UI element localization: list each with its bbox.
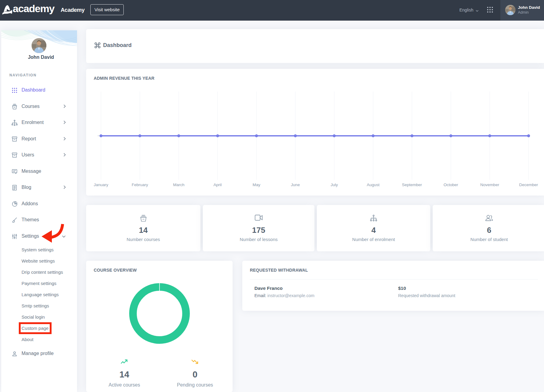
svg-text:April: April xyxy=(213,183,222,187)
svg-text:July: July xyxy=(331,183,338,187)
svg-text:February: February xyxy=(132,183,148,187)
svg-text:March: March xyxy=(173,183,185,187)
svg-text:August: August xyxy=(367,183,379,187)
svg-text:January: January xyxy=(94,183,108,187)
svg-text:October: October xyxy=(444,183,458,187)
svg-text:December: December xyxy=(519,183,538,187)
svg-text:November: November xyxy=(480,183,499,187)
svg-text:May: May xyxy=(253,183,260,187)
svg-text:September: September xyxy=(402,183,422,187)
svg-text:June: June xyxy=(291,183,300,187)
